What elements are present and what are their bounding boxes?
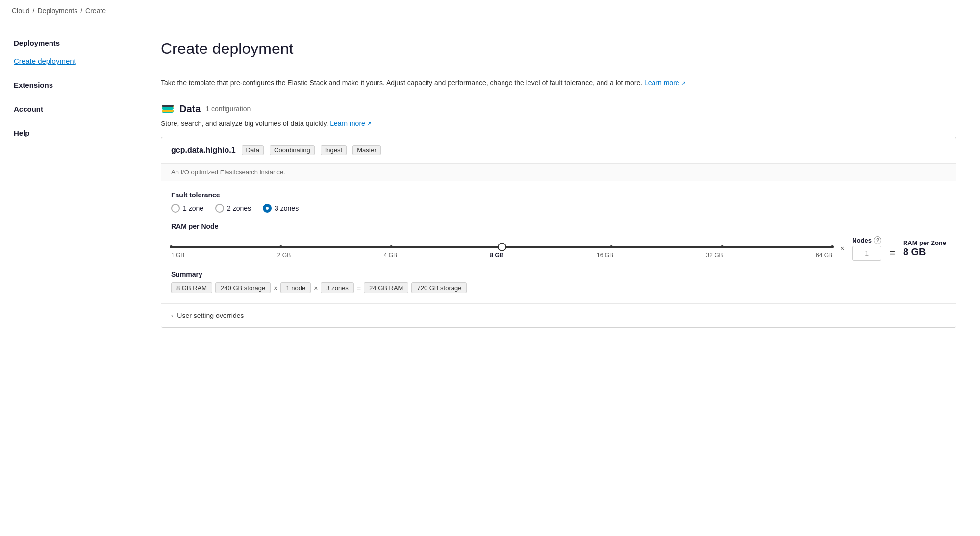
fault-tolerance-label: Fault tolerance	[171, 191, 946, 199]
tick-1	[170, 245, 173, 248]
radio-circle-2zones	[215, 204, 224, 213]
summary-zones: 3 zones	[321, 282, 354, 293]
svg-rect-4	[162, 107, 174, 109]
slider-row: 1 GB 2 GB 4 GB 8 GB 16 GB 32 GB 64 GB ×	[171, 236, 946, 261]
tick-5	[610, 245, 613, 248]
tag-coordinating: Coordinating	[270, 145, 315, 155]
summary-result-ram: 24 GB RAM	[364, 282, 408, 293]
user-overrides-label: User setting overrides	[177, 312, 244, 319]
summary-row: 8 GB RAM 240 GB storage × 1 node × 3 zon…	[171, 282, 946, 293]
summary-node: 1 node	[280, 282, 311, 293]
breadcrumb-sep1: /	[33, 7, 35, 15]
divider	[161, 66, 956, 66]
user-overrides-section[interactable]: › User setting overrides	[161, 303, 956, 327]
summary-storage: 240 GB storage	[215, 282, 271, 293]
svg-rect-5	[162, 110, 174, 112]
learn-more-link-section[interactable]: Learn more	[330, 120, 372, 127]
breadcrumb-cloud[interactable]: Cloud	[12, 7, 30, 15]
ram-per-zone-section: RAM per Zone 8 GB	[903, 239, 946, 258]
slider-container[interactable]: 1 GB 2 GB 4 GB 8 GB 16 GB 32 GB 64 GB	[171, 239, 832, 259]
config-body: Fault tolerance 1 zone 2 zones 3 zones	[161, 181, 956, 303]
sidebar: Deployments Create deployment Extensions…	[0, 22, 137, 535]
label-1gb: 1 GB	[171, 252, 184, 259]
radio-label-2zones: 2 zones	[227, 204, 251, 212]
learn-more-link-main[interactable]: Learn more	[644, 79, 686, 87]
section-title: Data	[179, 103, 201, 115]
tick-7	[831, 245, 834, 248]
radio-label-3zones: 3 zones	[275, 204, 299, 212]
summary-section: Summary 8 GB RAM 240 GB storage × 1 node…	[171, 270, 946, 293]
tag-data: Data	[242, 145, 264, 155]
ram-per-node-section: RAM per Node	[171, 222, 946, 261]
ram-per-zone-label: RAM per Zone	[903, 239, 946, 246]
nodes-section: Nodes ?	[852, 236, 881, 261]
chevron-right-icon: ›	[171, 312, 173, 319]
slider-thumb[interactable]	[498, 243, 506, 251]
description-text: Take the template that pre-configures th…	[161, 78, 956, 88]
sidebar-item-account[interactable]: Account	[0, 100, 137, 118]
nodes-label-wrap: Nodes ?	[852, 236, 881, 244]
tick-3	[390, 245, 393, 248]
breadcrumb-create: Create	[85, 7, 106, 15]
tag-master: Master	[352, 145, 381, 155]
data-section-header: Data 1 configuration	[161, 102, 956, 116]
sidebar-item-extensions[interactable]: Extensions	[0, 76, 137, 94]
tag-ingest: Ingest	[321, 145, 347, 155]
section-desc: Store, search, and analyze big volumes o…	[161, 119, 956, 129]
sidebar-item-create-deployment[interactable]: Create deployment	[0, 52, 137, 70]
config-subtitle: An I/O optimized Elasticsearch instance.	[161, 164, 956, 181]
slider-labels: 1 GB 2 GB 4 GB 8 GB 16 GB 32 GB 64 GB	[171, 252, 832, 259]
label-64gb: 64 GB	[816, 252, 832, 259]
section-config: 1 configuration	[205, 105, 251, 113]
nodes-input[interactable]	[852, 246, 881, 261]
config-card-header: gcp.data.highio.1 Data Coordinating Inge…	[161, 137, 956, 164]
breadcrumb-sep2: /	[80, 7, 82, 15]
radio-label-1zone: 1 zone	[183, 204, 203, 212]
page-title: Create deployment	[161, 40, 956, 58]
multiply-symbol: ×	[840, 244, 844, 252]
tick-2	[279, 245, 282, 248]
config-name: gcp.data.highio.1	[171, 146, 236, 155]
summary-eq: =	[357, 284, 361, 292]
label-16gb: 16 GB	[597, 252, 613, 259]
radio-circle-3zones	[263, 204, 272, 213]
breadcrumb: Cloud / Deployments / Create	[0, 0, 980, 22]
radio-circle-1zone	[171, 204, 180, 213]
label-32gb: 32 GB	[706, 252, 723, 259]
equals-sign: =	[889, 247, 895, 261]
radio-2zones[interactable]: 2 zones	[215, 204, 251, 213]
main-content: Create deployment Take the template that…	[137, 22, 980, 535]
fault-tolerance-options: 1 zone 2 zones 3 zones	[171, 204, 946, 213]
summary-result-storage: 720 GB storage	[411, 282, 467, 293]
label-2gb: 2 GB	[277, 252, 291, 259]
ram-per-zone-value: 8 GB	[903, 246, 926, 258]
svg-rect-3	[162, 105, 174, 107]
summary-label: Summary	[171, 270, 946, 278]
label-8gb: 8 GB	[490, 252, 503, 259]
config-card: gcp.data.highio.1 Data Coordinating Inge…	[161, 137, 956, 328]
slider-track	[171, 246, 832, 248]
nodes-help-icon[interactable]: ?	[874, 236, 881, 244]
ram-per-node-label: RAM per Node	[171, 222, 946, 230]
nodes-label: Nodes	[852, 237, 872, 244]
sidebar-item-deployments[interactable]: Deployments	[0, 34, 137, 52]
summary-op1: ×	[274, 284, 277, 292]
summary-op2: ×	[314, 284, 318, 292]
radio-1zone[interactable]: 1 zone	[171, 204, 203, 213]
breadcrumb-deployments[interactable]: Deployments	[37, 7, 77, 15]
sidebar-item-help[interactable]: Help	[0, 124, 137, 142]
label-4gb: 4 GB	[384, 252, 397, 259]
summary-ram: 8 GB RAM	[171, 282, 212, 293]
elastic-logo-icon	[161, 102, 175, 116]
radio-3zones[interactable]: 3 zones	[263, 204, 299, 213]
tick-6	[721, 245, 724, 248]
